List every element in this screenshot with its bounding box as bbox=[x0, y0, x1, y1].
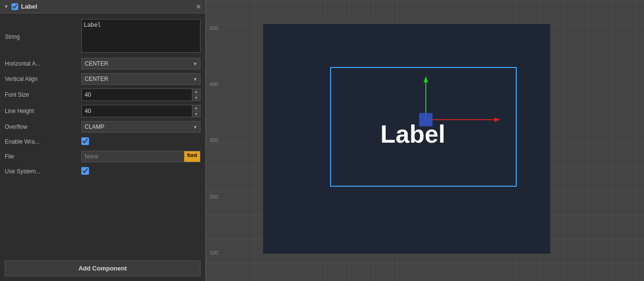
horizontal-align-select[interactable]: CENTER LEFT RIGHT bbox=[81, 58, 200, 69]
expand-arrow-icon[interactable]: ▼ bbox=[4, 4, 9, 9]
selection-rectangle bbox=[330, 67, 517, 187]
string-value-container: Label bbox=[81, 19, 200, 54]
horizontal-align-row: Horizontal A... CENTER LEFT RIGHT ▼ bbox=[0, 56, 205, 71]
file-label: File bbox=[5, 153, 81, 160]
string-input[interactable]: Label bbox=[81, 19, 200, 53]
panel-header: ▼ Label ✕ bbox=[0, 0, 205, 13]
enable-wrap-checkbox[interactable] bbox=[81, 137, 89, 145]
file-input-wrapper: None font bbox=[81, 151, 200, 162]
line-height-down-button[interactable]: ▼ bbox=[192, 111, 200, 117]
line-height-row: Line Height ▲ ▼ bbox=[0, 103, 205, 119]
use-system-value bbox=[81, 167, 200, 176]
vertical-align-wrapper: CENTER TOP BOTTOM ▼ bbox=[81, 73, 200, 85]
horizontal-align-wrapper: CENTER LEFT RIGHT ▼ bbox=[81, 58, 200, 69]
line-height-input[interactable] bbox=[82, 105, 192, 117]
vertical-align-row: Vertical Align CENTER TOP BOTTOM ▼ bbox=[0, 71, 205, 87]
font-size-input[interactable] bbox=[82, 89, 192, 101]
component-title: Label bbox=[21, 3, 193, 10]
font-size-label: Font Size bbox=[5, 91, 81, 98]
overflow-row: Overflow CLAMP NONE SHRINK ▼ bbox=[0, 119, 205, 135]
add-component-button[interactable]: Add Component bbox=[5, 260, 200, 276]
enable-wrap-value bbox=[81, 137, 200, 146]
scene-object: Label bbox=[263, 24, 550, 254]
scene-label-text: Label bbox=[380, 120, 445, 148]
horizontal-align-label: Horizontal A... bbox=[5, 60, 81, 67]
close-button[interactable]: ✕ bbox=[196, 3, 201, 10]
font-size-spinners: ▲ ▼ bbox=[192, 89, 200, 101]
line-height-up-button[interactable]: ▲ bbox=[192, 105, 200, 111]
string-property-row: String Label bbox=[0, 17, 205, 56]
scene-canvas: 500 400 300 200 100 Label bbox=[206, 0, 644, 281]
line-height-label: Line Height bbox=[5, 108, 81, 114]
file-row: File None font bbox=[0, 149, 205, 164]
gizmo-handle[interactable] bbox=[419, 113, 433, 126]
font-size-down-button[interactable]: ▼ bbox=[192, 95, 200, 101]
overflow-select[interactable]: CLAMP NONE SHRINK bbox=[81, 121, 200, 133]
vertical-align-label: Vertical Align bbox=[5, 76, 81, 82]
font-size-up-button[interactable]: ▲ bbox=[192, 89, 200, 95]
overflow-wrapper: CLAMP NONE SHRINK ▼ bbox=[81, 121, 200, 133]
file-badge[interactable]: font bbox=[184, 151, 200, 162]
font-size-wrapper: ▲ ▼ bbox=[81, 89, 200, 101]
properties-panel: ▼ Label ✕ String Label Horizontal A... C… bbox=[0, 0, 206, 281]
component-enabled-checkbox[interactable] bbox=[11, 3, 18, 10]
overflow-label: Overflow bbox=[5, 124, 81, 130]
properties-area: String Label Horizontal A... CENTER LEFT… bbox=[0, 13, 205, 257]
enable-wrap-label: Enable Wra... bbox=[5, 138, 81, 145]
use-system-row: Use System... bbox=[0, 164, 205, 179]
line-height-spinners: ▲ ▼ bbox=[192, 105, 200, 117]
line-height-wrapper: ▲ ▼ bbox=[81, 105, 200, 117]
use-system-checkbox[interactable] bbox=[81, 167, 89, 175]
string-label: String bbox=[5, 34, 81, 40]
vertical-align-select[interactable]: CENTER TOP BOTTOM bbox=[81, 73, 200, 85]
font-size-row: Font Size ▲ ▼ bbox=[0, 87, 205, 103]
gizmo-x-axis bbox=[426, 119, 500, 120]
file-none-text: None bbox=[82, 151, 184, 162]
use-system-label: Use System... bbox=[5, 168, 81, 175]
enable-wrap-row: Enable Wra... bbox=[0, 135, 205, 149]
